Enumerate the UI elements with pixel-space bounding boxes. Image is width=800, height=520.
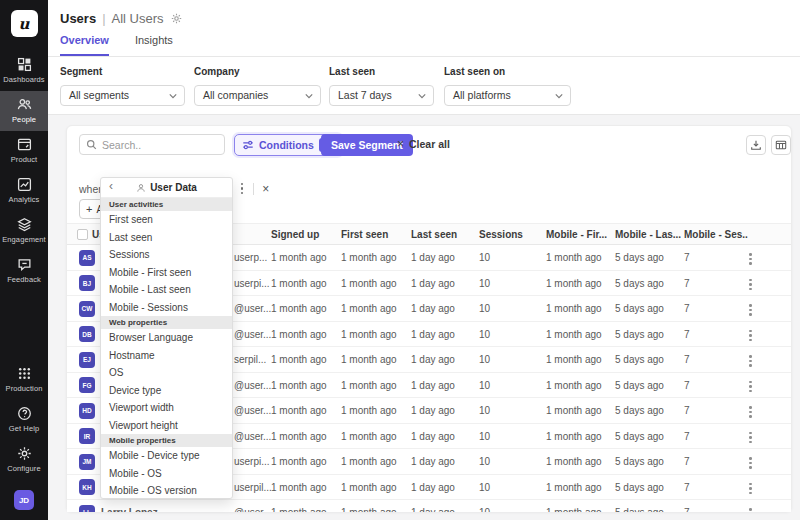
cell-last-seen: 1 day ago xyxy=(411,373,455,398)
tab-insights[interactable]: Insights xyxy=(135,34,173,56)
filter-selected-value: Last 7 days xyxy=(338,89,392,101)
row-menu-icon[interactable] xyxy=(747,379,754,395)
chevron-down-icon xyxy=(169,93,177,99)
avatar: KH xyxy=(79,479,95,495)
title-users: Users xyxy=(60,11,96,26)
dropdown-section-header: User activities xyxy=(101,198,232,211)
sidebar-item-engagement[interactable]: Engagement xyxy=(0,211,48,251)
condition-menu-icon[interactable] xyxy=(239,181,246,197)
app-logo[interactable]: u xyxy=(11,10,38,37)
cell-signed-up: 1 month ago xyxy=(271,449,327,474)
avatar: EJ xyxy=(79,352,95,368)
sidebar-item-dashboards[interactable]: Dashboards xyxy=(0,51,48,91)
dropdown-item-os[interactable]: OS xyxy=(101,364,232,382)
table-search[interactable] xyxy=(79,134,225,155)
row-menu-icon[interactable] xyxy=(747,251,754,267)
row-menu-icon[interactable] xyxy=(747,506,754,512)
dropdown-item-viewport-width[interactable]: Viewport width xyxy=(101,399,232,417)
page-title: Users | All Users xyxy=(60,11,182,26)
dropdown-item-mobile-os-version[interactable]: Mobile - OS version xyxy=(101,482,232,499)
user-email: @user... xyxy=(234,398,271,423)
cell-mobile-sessions: 7 xyxy=(684,296,690,321)
dropdown-item-first-seen[interactable]: First seen xyxy=(101,211,232,229)
segment-settings-icon[interactable] xyxy=(171,13,182,24)
filter-bar: Segment All segments Company All compani… xyxy=(48,57,800,115)
user-avatar[interactable]: JD xyxy=(14,490,34,510)
row-menu-icon[interactable] xyxy=(747,353,754,369)
dropdown-item-sessions[interactable]: Sessions xyxy=(101,246,232,264)
user-email: userpil... xyxy=(234,475,272,500)
sidebar-item-label: Feedback xyxy=(7,275,41,284)
dropdown-item-mobile-os[interactable]: Mobile - OS xyxy=(101,465,232,483)
cell-mobile-sessions: 7 xyxy=(684,245,690,270)
clear-all-button[interactable]: × Clear all xyxy=(397,138,450,150)
cell-mobile-last-seen: 5 days ago xyxy=(615,500,664,512)
users-table-card: Conditions 1 Save Segment × Clear all wh… xyxy=(66,125,792,512)
sidebar-item-people[interactable]: People xyxy=(0,91,48,131)
divider xyxy=(253,183,254,195)
user-email: userpi... xyxy=(234,271,270,296)
column-header-6: Mobile - Fir... xyxy=(546,224,607,245)
row-menu-icon[interactable] xyxy=(747,404,754,420)
search-input[interactable] xyxy=(102,139,218,151)
sidebar-item-get-help[interactable]: Get Help xyxy=(0,400,48,440)
back-icon[interactable]: ‹ xyxy=(109,179,113,193)
download-button[interactable] xyxy=(746,135,766,155)
row-menu-icon[interactable] xyxy=(747,277,754,293)
dropdown-item-mobile-sessions[interactable]: Mobile - Sessions xyxy=(101,299,232,317)
sidebar-item-product[interactable]: Product xyxy=(0,131,48,171)
sidebar-item-production[interactable]: Production xyxy=(0,360,48,400)
cell-first-seen: 1 month ago xyxy=(341,398,397,423)
filter-select[interactable]: All companies xyxy=(194,85,321,106)
remove-condition-icon[interactable]: × xyxy=(262,183,269,195)
dropdown-item-device-type[interactable]: Device type xyxy=(101,382,232,400)
filter-last-seen-on: Last seen on All platforms xyxy=(444,66,571,106)
filter-label: Last seen on xyxy=(444,66,571,77)
avatar: AS xyxy=(79,250,95,266)
sidebar-item-label: Get Help xyxy=(9,424,39,433)
filter-selected-value: All platforms xyxy=(453,89,511,101)
cell-last-seen: 1 day ago xyxy=(411,322,455,347)
manage-columns-button[interactable] xyxy=(771,135,791,155)
dashboards-icon xyxy=(17,57,32,72)
filter-last-seen: Last seen Last 7 days xyxy=(329,66,434,106)
cell-last-seen: 1 day ago xyxy=(411,500,455,512)
avatar: BJ xyxy=(79,275,95,291)
dropdown-item-browser-language[interactable]: Browser Language xyxy=(101,329,232,347)
cell-last-seen: 1 day ago xyxy=(411,398,455,423)
row-menu-icon[interactable] xyxy=(747,328,754,344)
column-header-7: Mobile - Las... xyxy=(615,224,681,245)
row-menu-icon[interactable] xyxy=(747,455,754,471)
cell-first-seen: 1 month ago xyxy=(341,322,397,347)
sidebar-item-analytics[interactable]: Analytics xyxy=(0,171,48,211)
sidebar-item-label: Dashboards xyxy=(3,75,44,84)
sidebar-item-feedback[interactable]: Feedback xyxy=(0,251,48,291)
cell-mobile-last-seen: 5 days ago xyxy=(615,373,664,398)
dropdown-item-mobile-last-seen[interactable]: Mobile - Last seen xyxy=(101,281,232,299)
cell-first-seen: 1 month ago xyxy=(341,245,397,270)
table-row[interactable]: LL Larry Lopez @user... 1 month ago 1 mo… xyxy=(67,500,791,512)
cell-signed-up: 1 month ago xyxy=(271,271,327,296)
dropdown-item-viewport-height[interactable]: Viewport height xyxy=(101,417,232,435)
cell-signed-up: 1 month ago xyxy=(271,347,327,372)
select-all-checkbox[interactable] xyxy=(77,229,88,240)
tab-overview[interactable]: Overview xyxy=(60,34,109,56)
filter-select[interactable]: All platforms xyxy=(444,85,571,106)
dropdown-item-last-seen[interactable]: Last seen xyxy=(101,229,232,247)
row-menu-icon[interactable] xyxy=(747,430,754,446)
cell-first-seen: 1 month ago xyxy=(341,296,397,321)
search-icon xyxy=(86,139,97,150)
row-menu-icon[interactable] xyxy=(747,481,754,497)
cell-signed-up: 1 month ago xyxy=(271,322,327,347)
filter-select[interactable]: Last 7 days xyxy=(329,85,434,106)
cell-mobile-sessions: 7 xyxy=(684,475,690,500)
filter-select[interactable]: All segments xyxy=(60,85,185,106)
cell-mobile-last-seen: 5 days ago xyxy=(615,398,664,423)
filter-segment: Segment All segments xyxy=(60,66,185,106)
dropdown-item-hostname[interactable]: Hostname xyxy=(101,347,232,365)
dropdown-item-mobile-first-seen[interactable]: Mobile - First seen xyxy=(101,264,232,282)
row-menu-icon[interactable] xyxy=(747,302,754,318)
dropdown-item-mobile-device-type[interactable]: Mobile - Device type xyxy=(101,447,232,465)
cell-mobile-sessions: 7 xyxy=(684,373,690,398)
sidebar-item-configure[interactable]: Configure xyxy=(0,440,48,480)
